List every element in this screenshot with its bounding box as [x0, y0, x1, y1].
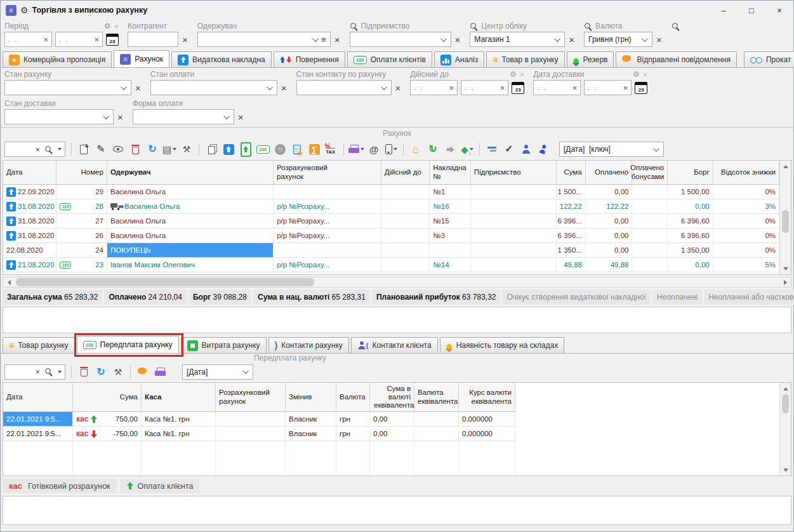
vertical-scrollbar[interactable] — [779, 383, 791, 475]
report-button[interactable]: ▤ — [162, 142, 177, 157]
invoice-row[interactable]: 22.09.202029Василина Ольга№11 500...0,00… — [3, 185, 779, 199]
bottom-tab-3[interactable]: )Контакти рахунку — [268, 337, 349, 353]
invoice-row[interactable]: 22.08.202024ПОКУПЕЦЬ1 350...0,001 350,00… — [3, 243, 779, 258]
invoice-row[interactable]: 31.08.202010028Василина Ольгар/р №Розрах… — [3, 199, 779, 214]
prepay-search-input[interactable]: × — [4, 364, 65, 380]
column-header[interactable]: Накладна № — [430, 161, 471, 184]
main-tab-0[interactable]: ★Комерційна пропозиція — [3, 51, 112, 67]
invoice-row[interactable]: 21.08.202010023Іванов Максим Олеговичр/р… — [3, 258, 779, 272]
tax-button[interactable]: %TAX — [324, 142, 339, 157]
invoice-state-combo[interactable] — [4, 80, 131, 95]
clear-icon[interactable]: × — [237, 112, 244, 123]
scroll-thumb[interactable] — [782, 210, 789, 233]
scroll-up-button[interactable] — [781, 384, 790, 393]
column-header[interactable]: Розрахунковий рахунок — [216, 383, 286, 411]
clear-date-icon[interactable]: × — [572, 83, 578, 93]
scroll-thumb[interactable] — [16, 278, 314, 286]
clear-date-icon[interactable]: × — [500, 83, 505, 93]
prepay-sort-combo[interactable]: [Дата] — [182, 364, 253, 380]
scroll-right-button[interactable] — [781, 278, 790, 287]
column-header[interactable]: Сума — [73, 383, 142, 411]
search-clear-icon[interactable]: × — [34, 145, 41, 154]
main-tab-2[interactable]: Видаткова накладна — [171, 51, 272, 67]
contragent-input[interactable] — [128, 32, 178, 47]
valid-until-clear-icon[interactable]: × — [520, 70, 525, 79]
main-tab-4[interactable]: 100Оплати клієнтів — [347, 51, 432, 67]
column-header[interactable]: Валюта — [336, 383, 370, 411]
period-from-input[interactable]: . .× — [4, 32, 52, 47]
column-header[interactable]: Відсоток знижки — [713, 161, 779, 184]
scroll-left-button[interactable] — [4, 278, 13, 287]
enterprise-clear-icon[interactable]: × — [454, 34, 461, 45]
refresh-button[interactable]: ↻ — [145, 142, 160, 157]
center-clear-icon[interactable]: × — [568, 34, 575, 45]
scroll-track[interactable] — [780, 393, 791, 465]
main-tab-6[interactable]: ≡Товар в рахунку — [486, 51, 564, 67]
delivery-state-combo[interactable] — [4, 109, 114, 124]
period-to-input[interactable]: . .× — [55, 32, 103, 47]
clear-date-icon[interactable]: × — [94, 35, 99, 44]
bottom-tab-2[interactable]: Витрата рахунку — [181, 337, 267, 353]
column-header[interactable]: Валюта еквівалента — [414, 383, 459, 411]
calendar-button[interactable]: 23 — [635, 82, 647, 94]
accounting-center-combo[interactable]: Магазин 1 — [470, 32, 565, 47]
dropdown-arrow-icon[interactable] — [58, 148, 62, 150]
column-header[interactable]: Розрахунковий рахунок — [274, 161, 381, 184]
main-tab-8[interactable]: Відправлені повідомлення — [616, 51, 737, 67]
list-icon[interactable]: ≡ — [321, 35, 326, 44]
valid-until-gear-icon[interactable]: ⚙ — [510, 70, 517, 79]
column-header[interactable]: Номер — [56, 161, 107, 184]
bottom-tab-0[interactable]: ≡Товар рахунку — [3, 337, 75, 353]
prepay-print-button[interactable] — [152, 364, 168, 380]
column-header[interactable]: Сума в валюті еквівалента — [370, 383, 414, 411]
delivery-to-input[interactable]: . .× — [584, 80, 632, 95]
search-icon[interactable] — [672, 22, 680, 30]
column-header[interactable]: Оплачено — [586, 161, 633, 184]
print-button[interactable] — [348, 142, 364, 157]
vertical-scrollbar[interactable] — [779, 161, 791, 274]
dropdown-arrow-icon[interactable] — [58, 371, 62, 373]
bottom-tab-5[interactable]: ◆Наявність товару на складах — [440, 337, 565, 353]
add-doc-button[interactable]: + — [76, 142, 91, 157]
calendar-button[interactable]: 23 — [512, 82, 524, 94]
period-settings-gear-icon[interactable]: ⚙ — [104, 22, 111, 30]
dropdown-arrow-icon[interactable] — [173, 148, 176, 150]
prepay-trash-button[interactable] — [76, 364, 91, 380]
column-header[interactable]: Дійсний до — [381, 161, 430, 184]
main-tab-1[interactable]: ≡Рахунок — [114, 50, 169, 67]
trash-button[interactable] — [128, 142, 143, 157]
filter-toggle-button[interactable]: Неоплачені або частково оплачені — [704, 289, 794, 305]
phone-button[interactable] — [383, 142, 399, 157]
column-header[interactable]: Дата — [3, 161, 56, 184]
prepay-row[interactable]: 22.01.2021 9:5...кас-750,00Каса №1. грнВ… — [3, 427, 515, 441]
email-button[interactable]: @ — [366, 142, 381, 157]
main-tab-3[interactable]: Повернення — [274, 51, 345, 67]
currency-combo[interactable]: Гривня (грн) — [584, 32, 652, 47]
close-button[interactable]: × — [765, 1, 793, 20]
currency-refresh-button[interactable]: ↻$ — [425, 142, 440, 157]
dropdown-arrow-icon[interactable] — [394, 148, 397, 150]
copy-button[interactable] — [204, 142, 219, 157]
receiver-clear-icon[interactable]: × — [334, 34, 341, 45]
column-header[interactable]: Каса — [142, 383, 216, 411]
currency-clear-icon[interactable]: × — [656, 34, 663, 45]
clear-icon[interactable]: × — [117, 112, 124, 123]
horizontal-scrollbar[interactable] — [3, 277, 791, 288]
contragent-clear-icon[interactable]: × — [182, 34, 189, 45]
delivery-from-input[interactable]: . .× — [533, 80, 581, 95]
runner-button[interactable] — [536, 142, 551, 157]
clear-date-icon[interactable]: × — [623, 83, 628, 93]
calendar-button[interactable]: 23 — [106, 34, 119, 46]
invoice-row[interactable]: 31.08.202027Василина Ольгар/р №Розраху..… — [3, 214, 779, 229]
settings-gear-icon[interactable]: ⚙ — [20, 5, 29, 15]
contact-state-combo[interactable] — [296, 80, 392, 95]
enterprise-combo[interactable] — [350, 32, 451, 47]
scroll-track[interactable] — [13, 278, 781, 286]
main-tab-9[interactable]: Прокат — [744, 51, 794, 67]
column-header[interactable]: Борг — [668, 161, 713, 184]
comment-box[interactable] — [3, 496, 791, 525]
prepay-row[interactable]: 22.01.2021 9:5...кас750,00Каса №1. грнВл… — [3, 412, 515, 427]
receiver-combo[interactable]: ≡ — [197, 32, 331, 47]
transfer-button[interactable]: ↑↑ — [272, 142, 288, 157]
invoice-search-input[interactable]: × — [4, 142, 65, 157]
